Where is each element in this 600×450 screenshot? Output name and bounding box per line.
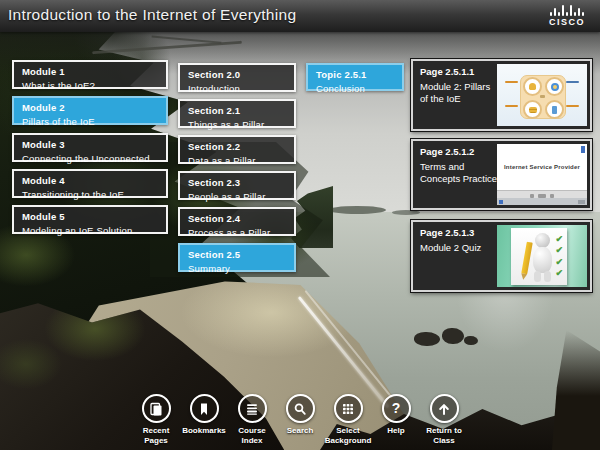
section-2-3-item[interactable]: Section 2.3 People as a Pillar bbox=[178, 171, 296, 200]
select-background-button[interactable]: Select Background bbox=[324, 394, 372, 445]
module-label: Module 1 bbox=[22, 66, 158, 77]
pencil-icon bbox=[521, 242, 532, 275]
page-2-5-1-1-item[interactable]: Page 2.5.1.1 Module 2: Pillars of the Io… bbox=[411, 59, 592, 131]
section-label: Section 2.4 bbox=[188, 213, 286, 224]
section-title: People as a Pillar bbox=[188, 191, 286, 202]
sea-rocks bbox=[414, 326, 480, 348]
module-title: Transitioning to the IoE bbox=[22, 189, 158, 200]
toolbar-label: Course Index bbox=[228, 426, 276, 445]
module-1-item[interactable]: Module 1 What is the IoE? bbox=[12, 60, 168, 89]
module-3-item[interactable]: Module 3 Connecting the Unconnected bbox=[12, 133, 168, 162]
page-2-5-1-2-item[interactable]: Page 2.5.1.2 Terms and Concepts Practice… bbox=[411, 139, 592, 210]
module-title: Pillars of the IoE bbox=[22, 116, 158, 127]
topic-title: Conclusion bbox=[316, 83, 394, 94]
page-title: Module 2: Pillars of the IoE bbox=[420, 81, 498, 105]
section-title: Introduction bbox=[188, 83, 286, 94]
bookmarks-icon bbox=[196, 401, 212, 417]
page-thumbnail-quiz-figure: ✔✔✔✔ bbox=[497, 225, 587, 287]
topic-label: Topic 2.5.1 bbox=[316, 69, 394, 80]
module-4-item[interactable]: Module 4 Transitioning to the IoE bbox=[12, 169, 168, 198]
section-2-2-item[interactable]: Section 2.2 Data as a Pillar bbox=[178, 135, 296, 164]
page-title: Module 2 Quiz bbox=[420, 242, 498, 254]
section-title: Summary bbox=[188, 263, 286, 274]
island bbox=[392, 210, 420, 215]
module-2-item-selected[interactable]: Module 2 Pillars of the IoE bbox=[12, 96, 168, 125]
help-icon: ? bbox=[392, 401, 401, 415]
page-title: Terms and Concepts Practice bbox=[420, 161, 498, 185]
toolbar-label: Return to Class bbox=[420, 426, 468, 445]
flashcard-close-button bbox=[581, 146, 585, 153]
help-button[interactable]: ? Help bbox=[372, 394, 420, 445]
section-label: Section 2.3 bbox=[188, 177, 286, 188]
cisco-logo: CISCO bbox=[544, 4, 590, 27]
module-5-item[interactable]: Module 5 Modeling an IoE Solution bbox=[12, 205, 168, 234]
page-label: Page 2.5.1.3 bbox=[420, 227, 498, 238]
module-title: Modeling an IoE Solution bbox=[22, 225, 158, 236]
section-label: Section 2.1 bbox=[188, 105, 286, 116]
page-label: Page 2.5.1.1 bbox=[420, 66, 498, 77]
page-thumbnail-pillars-diagram bbox=[497, 64, 587, 126]
toolbar-label: Select Background bbox=[324, 426, 372, 445]
bookmarks-button[interactable]: Bookmarks bbox=[180, 394, 228, 445]
section-label: Section 2.0 bbox=[188, 69, 286, 80]
section-title: Data as a Pillar bbox=[188, 155, 286, 166]
module-title: What is the IoE? bbox=[22, 80, 158, 91]
page-2-5-1-3-item[interactable]: Page 2.5.1.3 Module 2 Quiz ✔✔✔✔ bbox=[411, 220, 592, 292]
section-label: Section 2.2 bbox=[188, 141, 286, 152]
people-pillar-icon bbox=[529, 83, 536, 90]
island bbox=[328, 206, 386, 214]
header-bar: Introduction to the Internet of Everythi… bbox=[0, 0, 600, 32]
things-pillar-icon bbox=[552, 106, 557, 114]
section-2-4-item[interactable]: Section 2.4 Process as a Pillar bbox=[178, 207, 296, 236]
figure-body bbox=[533, 247, 552, 273]
section-title: Things as a Pillar bbox=[188, 119, 286, 130]
bottom-toolbar: Recent Pages Bookmarks bbox=[132, 394, 468, 445]
course-index-icon bbox=[244, 401, 260, 417]
search-button[interactable]: Search bbox=[276, 394, 324, 445]
checkmarks: ✔✔✔✔ bbox=[555, 234, 563, 279]
recent-pages-icon bbox=[148, 401, 164, 417]
topic-2-5-1-item-selected[interactable]: Topic 2.5.1 Conclusion bbox=[306, 63, 404, 91]
page-title: Introduction to the Internet of Everythi… bbox=[8, 6, 296, 24]
process-pillar-icon bbox=[551, 83, 559, 91]
data-pillar-icon bbox=[529, 107, 537, 113]
course-index-screen: Introduction to the Internet of Everythi… bbox=[0, 0, 600, 450]
module-label: Module 2 bbox=[22, 102, 158, 113]
search-icon bbox=[292, 401, 308, 417]
page-label: Page 2.5.1.2 bbox=[420, 146, 498, 157]
toolbar-label: Search bbox=[287, 426, 314, 436]
toolbar-label: Help bbox=[387, 426, 404, 436]
module-title: Connecting the Unconnected bbox=[22, 153, 158, 164]
section-label: Section 2.5 bbox=[188, 249, 286, 260]
select-background-icon bbox=[340, 401, 356, 417]
section-2-5-item-selected[interactable]: Section 2.5 Summary bbox=[178, 243, 296, 272]
return-to-class-button[interactable]: Return to Class bbox=[420, 394, 468, 445]
figure-head bbox=[535, 233, 550, 248]
module-label: Module 4 bbox=[22, 175, 158, 186]
return-to-class-icon bbox=[436, 401, 452, 417]
course-index-button[interactable]: Course Index bbox=[228, 394, 276, 445]
flashcard-text: Internet Service Provider bbox=[504, 164, 580, 170]
cisco-bridge-icon bbox=[544, 4, 590, 16]
module-label: Module 5 bbox=[22, 211, 158, 222]
recent-pages-button[interactable]: Recent Pages bbox=[132, 394, 180, 445]
toolbar-label: Bookmarks bbox=[182, 426, 226, 436]
module-label: Module 3 bbox=[22, 139, 158, 150]
section-2-0-item[interactable]: Section 2.0 Introduction bbox=[178, 63, 296, 92]
page-thumbnail-flashcard: Internet Service Provider bbox=[497, 144, 587, 205]
cisco-wordmark: CISCO bbox=[544, 17, 590, 27]
section-2-1-item[interactable]: Section 2.1 Things as a Pillar bbox=[178, 99, 296, 128]
section-title: Process as a Pillar bbox=[188, 227, 286, 238]
toolbar-label: Recent Pages bbox=[132, 426, 180, 445]
